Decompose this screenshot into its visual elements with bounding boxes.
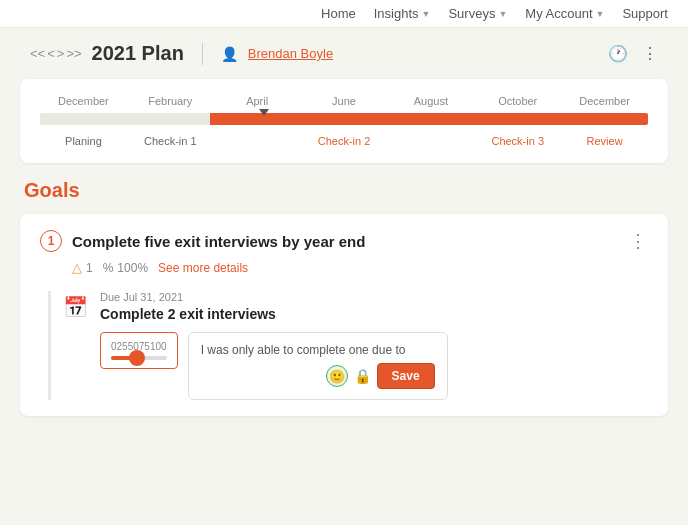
- label-checkin2[interactable]: Check-in 2: [301, 135, 388, 147]
- header-bar: << < > >> 2021 Plan 👤 Brendan Boyle 🕐 ⋮: [0, 28, 688, 79]
- timeline-months: December February April June August Octo…: [40, 95, 648, 107]
- goal-more-options[interactable]: ⋮: [629, 230, 648, 252]
- goal-header: 1 Complete five exit interviews by year …: [40, 230, 648, 252]
- goal-percent: 100%: [117, 261, 148, 275]
- chevron-down-icon: ▼: [498, 9, 507, 19]
- timeline-marker: [259, 109, 269, 116]
- header-actions: 🕐 ⋮: [608, 44, 658, 63]
- vertical-divider: [202, 43, 203, 65]
- percent-symbol: %: [103, 261, 114, 275]
- warning-count: 1: [86, 261, 93, 275]
- nav-surveys[interactable]: Surveys ▼: [448, 6, 507, 21]
- timeline-bar: [40, 113, 648, 125]
- label-empty2: [387, 135, 474, 147]
- user-icon: 👤: [221, 46, 238, 62]
- timeline-progress: [210, 113, 648, 125]
- slider-thumb[interactable]: [129, 350, 145, 366]
- task-main: Due Jul 31, 2021 Complete 2 exit intervi…: [100, 291, 648, 400]
- timeline-card: December February April June August Octo…: [20, 79, 668, 163]
- calendar-icon: 📅: [63, 295, 88, 319]
- month-april: April: [214, 95, 301, 107]
- more-options-icon[interactable]: ⋮: [642, 44, 658, 63]
- user-name-link[interactable]: Brendan Boyle: [248, 46, 333, 61]
- nav-insights[interactable]: Insights ▼: [374, 6, 431, 21]
- month-june: June: [301, 95, 388, 107]
- next-button[interactable]: >: [57, 46, 65, 61]
- chevron-down-icon: ▼: [596, 9, 605, 19]
- main-nav: Home Insights ▼ Surveys ▼ My Account ▼ S…: [0, 0, 688, 28]
- goal-card: 1 Complete five exit interviews by year …: [20, 214, 668, 416]
- emoji-icon[interactable]: 🙂: [326, 365, 348, 387]
- goal-meta: △ 1 % 100% See more details: [40, 260, 648, 275]
- task-comment-box: I was only able to complete one due to 🙂…: [188, 332, 448, 400]
- prev-prev-button[interactable]: <<: [30, 46, 45, 61]
- prev-button[interactable]: <: [47, 46, 55, 61]
- label-review[interactable]: Review: [561, 135, 648, 147]
- month-february: February: [127, 95, 214, 107]
- lock-icon[interactable]: 🔒: [354, 368, 371, 384]
- slider-container: 0 25 50 75 100: [100, 332, 178, 369]
- label-checkin1: Check-in 1: [127, 135, 214, 147]
- slider-label-25: 25: [117, 341, 128, 352]
- task-row: 📅 Due Jul 31, 2021 Complete 2 exit inter…: [48, 291, 648, 400]
- month-december-1: December: [40, 95, 127, 107]
- slider-track[interactable]: [111, 356, 167, 360]
- label-empty: [214, 135, 301, 147]
- goals-heading: Goals: [0, 179, 688, 214]
- label-checkin3[interactable]: Check-in 3: [474, 135, 561, 147]
- see-more-link[interactable]: See more details: [158, 261, 248, 275]
- nav-my-account[interactable]: My Account ▼: [525, 6, 604, 21]
- nav-arrows: << < > >>: [30, 46, 82, 61]
- timeline-labels: Planing Check-in 1 Check-in 2 Check-in 3…: [40, 135, 648, 147]
- goal-header-left: 1 Complete five exit interviews by year …: [40, 230, 365, 252]
- save-button[interactable]: Save: [377, 363, 435, 389]
- history-icon[interactable]: 🕐: [608, 44, 628, 63]
- warning-icon: △: [72, 260, 82, 275]
- slider-label-100: 100: [150, 341, 167, 352]
- task-due-date: Due Jul 31, 2021: [100, 291, 648, 303]
- month-august: August: [387, 95, 474, 107]
- comment-actions: 🙂 🔒 Save: [201, 363, 435, 389]
- goal-percent-item: % 100%: [103, 261, 148, 275]
- task-row-inner: 0 25 50 75 100 I was only able to comple…: [100, 332, 648, 400]
- goal-warning: △ 1: [72, 260, 93, 275]
- month-december-2: December: [561, 95, 648, 107]
- plan-title: 2021 Plan: [92, 42, 184, 65]
- goal-number-badge: 1: [40, 230, 62, 252]
- next-next-button[interactable]: >>: [66, 46, 81, 61]
- task-name: Complete 2 exit interviews: [100, 306, 648, 322]
- task-icon-col: 📅: [63, 291, 88, 400]
- label-planing: Planing: [40, 135, 127, 147]
- chevron-down-icon: ▼: [422, 9, 431, 19]
- nav-support[interactable]: Support: [622, 6, 668, 21]
- month-october: October: [474, 95, 561, 107]
- nav-home[interactable]: Home: [321, 6, 356, 21]
- goal-title: Complete five exit interviews by year en…: [72, 233, 365, 250]
- comment-text: I was only able to complete one due to: [201, 343, 435, 357]
